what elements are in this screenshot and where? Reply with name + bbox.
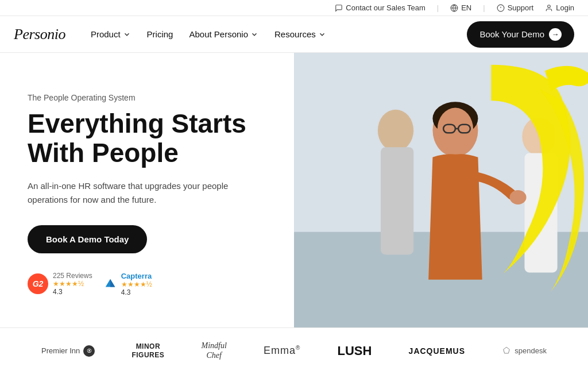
separator-2: | <box>483 3 485 12</box>
chat-icon <box>335 4 343 12</box>
chevron-down-icon <box>250 30 258 38</box>
spendesk-icon <box>502 346 511 356</box>
g2-count: 225 Reviews <box>53 272 92 280</box>
hero-section: The People Operating System Everything S… <box>0 53 588 327</box>
hero-cta-button[interactable]: Book A Demo Today <box>28 225 147 253</box>
navbar: Personio Product Pricing About Personio … <box>0 16 588 53</box>
brands-bar: Premier Inn ⦿ MINORFIGURES MindfulChef E… <box>0 327 588 373</box>
info-icon <box>497 4 505 12</box>
chevron-down-icon <box>318 30 326 38</box>
hero-illustration <box>294 53 588 327</box>
login-link[interactable]: Login <box>545 3 574 12</box>
capterra-rating: Capterra ★★★★½ 4.3 <box>104 272 152 296</box>
capterra-score: 4.3 <box>121 288 152 296</box>
svg-point-21 <box>510 190 527 205</box>
brand-spendesk: spendesk <box>502 346 547 356</box>
g2-rating: G2 225 Reviews ★★★★½ 4.3 <box>28 272 92 296</box>
hero-subtitle: The People Operating System <box>28 93 266 102</box>
book-demo-button[interactable]: Book Your Demo → <box>467 21 574 48</box>
capterra-icon <box>104 277 117 290</box>
svg-rect-12 <box>381 147 413 254</box>
nav-pricing[interactable]: Pricing <box>140 25 180 44</box>
nav-resources[interactable]: Resources <box>268 25 333 44</box>
nav-product[interactable]: Product <box>84 25 138 44</box>
utility-bar: Contact our Sales Team | EN | Support Lo… <box>0 0 588 16</box>
chevron-down-icon <box>123 30 131 38</box>
brand-emma: Emma® <box>264 345 300 357</box>
svg-point-11 <box>378 110 413 152</box>
brand-premier-inn: Premier Inn ⦿ <box>41 345 95 357</box>
language-label: EN <box>461 3 471 12</box>
g2-badge: G2 <box>28 273 48 294</box>
language-selector[interactable]: EN <box>450 3 471 12</box>
contact-label: Contact our Sales Team <box>346 3 425 12</box>
hero-image <box>294 53 588 327</box>
hero-content: The People Operating System Everything S… <box>0 53 294 327</box>
globe-icon <box>450 4 458 12</box>
separator-1: | <box>437 3 439 12</box>
svg-marker-22 <box>504 347 510 353</box>
svg-point-5 <box>548 5 551 7</box>
nav-about[interactable]: About Personio <box>182 25 265 44</box>
user-icon <box>545 4 553 12</box>
capterra-stars: ★★★★½ <box>121 280 152 288</box>
logo[interactable]: Personio <box>14 26 65 43</box>
ratings-container: G2 225 Reviews ★★★★½ 4.3 Capterra ★★★★½ … <box>28 272 266 296</box>
support-label: Support <box>508 3 534 12</box>
capterra-label: Capterra <box>121 272 152 280</box>
g2-score: 4.3 <box>53 288 92 296</box>
contact-sales-link[interactable]: Contact our Sales Team <box>335 3 425 12</box>
hero-description: An all-in-one HR software that upgrades … <box>28 179 234 207</box>
support-link[interactable]: Support <box>497 3 534 12</box>
nav-links: Product Pricing About Personio Resources <box>84 25 467 44</box>
brand-minor-figures: MINORFIGURES <box>131 342 164 359</box>
svg-marker-7 <box>110 279 115 287</box>
login-label: Login <box>556 3 574 12</box>
g2-stars: ★★★★½ <box>53 280 92 288</box>
brand-jacquemus: JACQUEMUS <box>409 346 465 356</box>
brand-lush: LUSH <box>338 344 372 358</box>
premier-circle-icon: ⦿ <box>83 345 95 357</box>
arrow-icon: → <box>549 28 562 41</box>
hero-title: Everything Starts With People <box>28 109 266 167</box>
brand-mindful-chef: MindfulChef <box>201 341 226 361</box>
